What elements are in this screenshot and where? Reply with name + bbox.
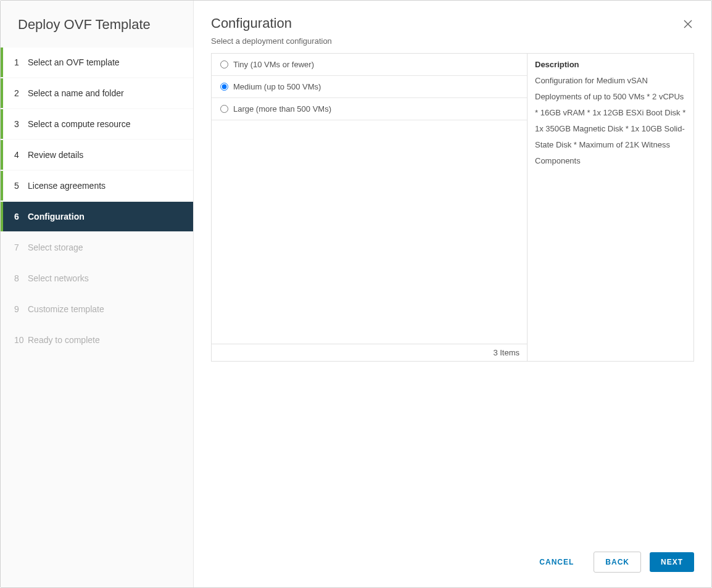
wizard-step: 9Customize template xyxy=(1,294,193,324)
page-subtitle: Select a deployment configuration xyxy=(211,36,694,46)
config-option[interactable]: Tiny (10 VMs or fewer) xyxy=(212,54,527,76)
step-label: Select networks xyxy=(28,273,89,283)
configuration-options: Tiny (10 VMs or fewer)Medium (up to 500 … xyxy=(212,54,527,361)
wizard-step[interactable]: 4Review details xyxy=(1,140,193,170)
config-radio[interactable] xyxy=(220,60,228,68)
main-content: Configuration Select a deployment config… xyxy=(194,1,711,540)
wizard-step[interactable]: 6Configuration xyxy=(1,202,193,231)
back-button[interactable]: BACK xyxy=(594,552,641,573)
description-panel: Description Configuration for Medium vSA… xyxy=(527,54,693,361)
step-number: 7 xyxy=(14,242,28,252)
wizard-step[interactable]: 5License agreements xyxy=(1,171,193,201)
step-number: 6 xyxy=(14,212,28,222)
main-pane: Configuration Select a deployment config… xyxy=(194,1,711,587)
page-title: Configuration xyxy=(211,15,694,31)
next-button[interactable]: NEXT xyxy=(650,552,694,572)
step-label: Select a name and folder xyxy=(28,88,124,98)
description-header: Description xyxy=(535,60,686,69)
items-count-footer: 3 Items xyxy=(212,344,527,361)
config-option[interactable]: Large (more than 500 VMs) xyxy=(212,98,527,120)
wizard-step[interactable]: 2Select a name and folder xyxy=(1,78,193,108)
step-number: 8 xyxy=(14,273,28,283)
wizard-step: 10Ready to complete xyxy=(1,325,193,355)
wizard-footer: CANCEL BACK NEXT xyxy=(194,540,711,587)
step-number: 2 xyxy=(14,88,28,98)
wizard-step: 7Select storage xyxy=(1,233,193,262)
step-label: License agreements xyxy=(28,181,106,191)
step-number: 10 xyxy=(14,335,28,345)
wizard-step: 8Select networks xyxy=(1,263,193,293)
step-label: Select a compute resource xyxy=(28,119,131,129)
step-label: Select storage xyxy=(28,242,83,252)
wizard-sidebar: Deploy OVF Template 1Select an OVF templ… xyxy=(1,1,194,587)
config-option[interactable]: Medium (up to 500 VMs) xyxy=(212,76,527,98)
step-label: Configuration xyxy=(28,212,85,222)
wizard-title: Deploy OVF Template xyxy=(1,1,193,48)
config-option-label: Tiny (10 VMs or fewer) xyxy=(233,60,314,69)
step-label: Ready to complete xyxy=(28,335,100,345)
deploy-ovf-dialog: Deploy OVF Template 1Select an OVF templ… xyxy=(0,0,712,588)
step-number: 4 xyxy=(14,150,28,160)
config-option-label: Medium (up to 500 VMs) xyxy=(233,82,321,91)
step-label: Review details xyxy=(28,150,83,160)
close-icon[interactable] xyxy=(679,15,697,33)
wizard-step[interactable]: 1Select an OVF template xyxy=(1,48,193,77)
step-number: 9 xyxy=(14,304,28,314)
configuration-content: Tiny (10 VMs or fewer)Medium (up to 500 … xyxy=(211,53,694,362)
config-option-label: Large (more than 500 VMs) xyxy=(233,104,331,114)
cancel-button[interactable]: CANCEL xyxy=(528,552,585,572)
step-label: Customize template xyxy=(28,304,104,314)
wizard-step[interactable]: 3Select a compute resource xyxy=(1,109,193,139)
step-number: 3 xyxy=(14,119,28,129)
step-label: Select an OVF template xyxy=(28,57,120,67)
step-number: 5 xyxy=(14,181,28,191)
config-radio[interactable] xyxy=(220,83,228,91)
wizard-steps: 1Select an OVF template2Select a name an… xyxy=(1,48,193,355)
description-body: Configuration for Medium vSAN Deployment… xyxy=(535,73,686,169)
config-radio[interactable] xyxy=(220,105,228,113)
step-number: 1 xyxy=(14,57,28,67)
